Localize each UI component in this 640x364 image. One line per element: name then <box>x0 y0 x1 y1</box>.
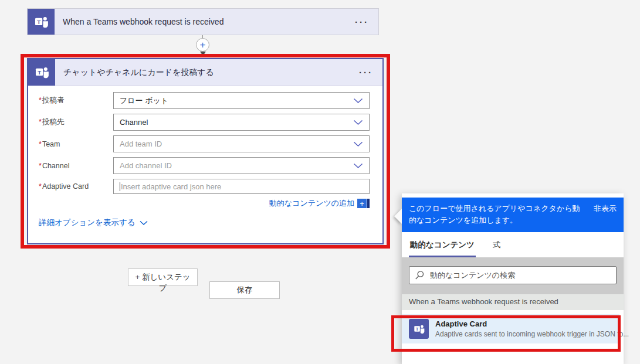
tab-dynamic-content[interactable]: 動的なコンテンツ <box>409 240 476 257</box>
plus-icon: + <box>200 40 206 50</box>
required-marker: * <box>39 162 42 170</box>
search-icon <box>415 270 425 280</box>
action-card-title: チャットやチャネルにカードを投稿する <box>63 67 359 78</box>
panel-description-text: このフローで使用されるアプリやコネクタから動的なコンテンツを追加します。 <box>409 203 583 226</box>
dynamic-content-bar-icon <box>367 199 370 208</box>
poster-dropdown[interactable]: フロー ボット <box>113 92 370 109</box>
search-band <box>402 257 624 294</box>
channel-dropdown[interactable]: Add channel ID <box>113 157 370 174</box>
svg-text:T: T <box>415 326 418 332</box>
list-item-adaptive-card[interactable]: T Adaptive Card Adaptive cards sent to i… <box>402 314 619 343</box>
plus-icon: + <box>357 199 367 208</box>
advanced-options-link[interactable]: 詳細オプションを表示する <box>39 217 136 228</box>
panel-tabs: 動的なコンテンツ 式 <box>402 232 624 257</box>
svg-text:T: T <box>37 18 40 25</box>
item-texts: Adaptive Card Adaptive cards sent to inc… <box>435 319 629 339</box>
field-row-post-in: *投稿先 Channel <box>33 114 370 131</box>
post-in-value: Channel <box>120 118 148 127</box>
field-row-poster: *投稿者 フロー ボット <box>33 92 370 109</box>
chevron-down-icon[interactable] <box>353 98 363 104</box>
chevron-down-icon[interactable] <box>140 220 148 226</box>
action-card-header[interactable]: T チャットやチャネルにカードを投稿する ··· <box>28 59 382 86</box>
text-caret <box>120 182 120 191</box>
field-label: *投稿先 <box>33 117 113 127</box>
connector-arrow-icon <box>200 52 206 56</box>
item-description: Adaptive cards sent to incoming webhook … <box>435 329 629 339</box>
required-marker: * <box>39 140 42 148</box>
field-row-channel: *Channel Add channel ID <box>33 157 370 174</box>
insert-step-button[interactable]: + <box>196 38 209 52</box>
required-marker: * <box>39 118 42 126</box>
trigger-card[interactable]: T When a Teams webhook request is receiv… <box>27 8 379 35</box>
action-card-menu-icon[interactable]: ··· <box>359 67 373 77</box>
item-title: Adaptive Card <box>435 319 629 329</box>
chevron-down-icon[interactable] <box>353 120 363 125</box>
field-label: *投稿者 <box>33 96 113 106</box>
new-step-button[interactable]: + 新しいステップ <box>128 268 198 286</box>
svg-text:T: T <box>38 69 41 76</box>
teams-icon: T <box>28 59 55 86</box>
field-label: *Adaptive Card <box>33 182 113 190</box>
field-label: *Team <box>33 140 113 148</box>
team-placeholder: Add team ID <box>120 140 162 148</box>
add-dynamic-content-row: 動的なコンテンツの追加 + <box>33 198 370 209</box>
field-row-team: *Team Add team ID <box>33 135 370 152</box>
trigger-card-title: When a Teams webhook request is received <box>63 17 355 26</box>
save-button[interactable]: 保存 <box>209 281 280 299</box>
dynamic-content-search-input[interactable] <box>430 271 611 280</box>
panel-beak <box>394 209 402 224</box>
chevron-down-icon[interactable] <box>353 141 363 147</box>
required-marker: * <box>39 182 42 190</box>
teams-icon: T <box>28 9 55 35</box>
panel-description-banner: このフローで使用されるアプリやコネクタから動的なコンテンツを追加します。 非表示 <box>402 198 624 232</box>
field-label: *Channel <box>33 162 113 170</box>
advanced-options-row: 詳細オプションを表示する <box>39 217 370 228</box>
add-dynamic-content-link[interactable]: 動的なコンテンツの追加 <box>269 198 354 209</box>
chevron-down-icon[interactable] <box>353 163 363 169</box>
poster-value: フロー ボット <box>120 96 168 106</box>
tab-expression[interactable]: 式 <box>492 240 502 257</box>
trigger-group-header: When a Teams webhook request is received <box>402 294 624 310</box>
hide-panel-link[interactable]: 非表示 <box>594 203 617 215</box>
action-card[interactable]: T チャットやチャネルにカードを投稿する ··· *投稿者 フロー ボット *投… <box>27 58 384 244</box>
adaptive-card-input[interactable]: Insert adaptive card json here <box>113 179 370 194</box>
dynamic-content-list: T Adaptive Card Adaptive cards sent to i… <box>402 310 624 343</box>
teams-icon: T <box>409 319 429 339</box>
power-automate-flow-designer: { "colors": { "teams_purple": "#4F57A8",… <box>0 0 640 364</box>
adaptive-card-placeholder: Insert adaptive card json here <box>121 182 221 191</box>
channel-placeholder: Add channel ID <box>120 161 172 170</box>
search-box[interactable] <box>409 266 617 284</box>
action-card-body: *投稿者 フロー ボット *投稿先 Channel *Team Add team… <box>28 86 382 228</box>
dynamic-content-panel: このフローで使用されるアプリやコネクタから動的なコンテンツを追加します。 非表示… <box>402 193 624 364</box>
trigger-card-menu-icon[interactable]: ··· <box>355 17 369 27</box>
required-marker: * <box>39 96 42 104</box>
post-in-dropdown[interactable]: Channel <box>113 114 370 131</box>
dynamic-content-icon[interactable]: + <box>357 199 370 208</box>
field-row-adaptive-card: *Adaptive Card Insert adaptive card json… <box>33 179 370 194</box>
team-dropdown[interactable]: Add team ID <box>113 135 370 152</box>
